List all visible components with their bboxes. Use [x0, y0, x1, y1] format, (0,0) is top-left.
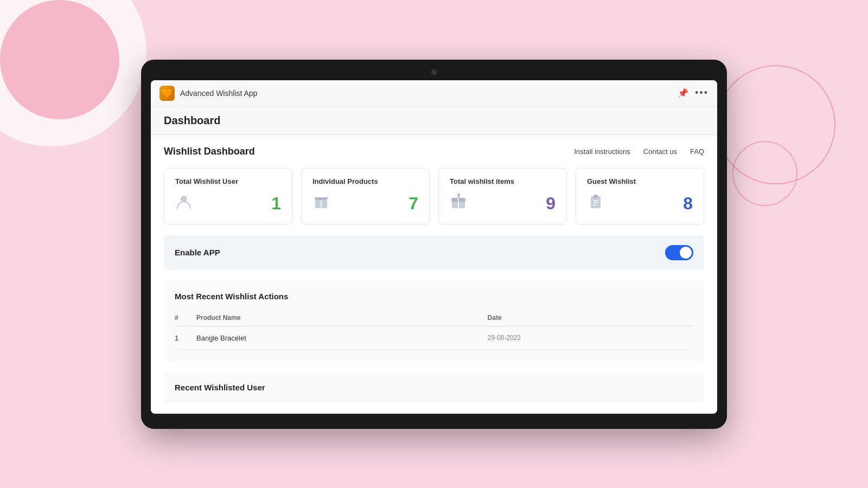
toggle-track	[665, 245, 693, 260]
dashboard-title: Wishlist Dashboard	[164, 146, 255, 157]
stat-value-users: 1	[271, 194, 281, 214]
clipboard-icon	[587, 193, 604, 214]
app-header-right: 📌 •••	[678, 87, 709, 99]
app-name: Advanced Wishlist App	[180, 89, 257, 98]
row-number: 1	[175, 326, 196, 350]
stat-title-products: Individual Products	[312, 177, 418, 185]
stat-body-guest: 8	[587, 193, 693, 214]
col-header-number: #	[175, 310, 196, 326]
install-instructions-link[interactable]: Install instructions	[575, 147, 630, 156]
section-links: Install instructions Contact us FAQ	[575, 147, 705, 156]
stat-card-guest-wishlist: Guest Wishlist 8	[576, 168, 704, 224]
toggle-thumb	[680, 247, 692, 259]
stats-grid: Total Wishlist User 1 Individual Produ	[164, 168, 704, 224]
page-header: Dashboard	[151, 107, 717, 135]
table-row: 1 Bangle Bracelet 29-08-2022	[175, 326, 693, 350]
app-header-bar: 🧡 Advanced Wishlist App 📌 •••	[151, 80, 717, 107]
faq-link[interactable]: FAQ	[690, 147, 704, 156]
gift-icon	[450, 193, 467, 214]
bg-decorative-outline-small	[732, 141, 797, 206]
stat-value-products: 7	[409, 194, 418, 214]
section-header: Wishlist Dashboard Install instructions …	[164, 146, 704, 157]
enable-app-section: Enable APP	[164, 235, 704, 270]
device-camera	[431, 69, 437, 75]
stat-title-users: Total Wishlist User	[175, 177, 281, 185]
app-logo: 🧡	[159, 86, 175, 101]
contact-us-link[interactable]: Contact us	[643, 147, 677, 156]
svg-rect-5	[591, 196, 601, 208]
stat-card-total-items: Total wishlist items 9	[438, 168, 567, 224]
stat-title-guest: Guest Wishlist	[587, 177, 693, 185]
stat-body-items: 9	[450, 193, 556, 214]
table-header-row: # Product Name Date	[175, 310, 693, 326]
col-header-product-name: Product Name	[196, 310, 488, 326]
stat-card-individual-products: Individual Products 7	[301, 168, 430, 224]
pin-icon[interactable]: 📌	[678, 88, 688, 98]
recent-actions-section: Most Recent Wishlist Actions # Product N…	[164, 281, 704, 361]
stat-body-users: 1	[175, 193, 281, 214]
recent-actions-title: Most Recent Wishlist Actions	[175, 292, 693, 301]
recent-users-section: Recent Wishlisted User	[164, 372, 704, 403]
svg-rect-6	[593, 195, 598, 198]
page-title: Dashboard	[164, 114, 704, 127]
stat-value-guest: 8	[683, 194, 693, 214]
stat-title-items: Total wishlist items	[450, 177, 556, 185]
stat-card-total-users: Total Wishlist User 1	[164, 168, 292, 224]
row-date: 29-08-2022	[488, 326, 693, 350]
device-frame: 🧡 Advanced Wishlist App 📌 ••• Dashboard …	[141, 60, 727, 429]
app-header-left: 🧡 Advanced Wishlist App	[159, 86, 257, 101]
enable-app-toggle[interactable]	[665, 245, 693, 260]
user-icon	[175, 193, 193, 214]
col-header-date: Date	[488, 310, 693, 326]
stat-value-items: 9	[546, 194, 556, 214]
main-content: Wishlist Dashboard Install instructions …	[151, 135, 717, 414]
stat-body-products: 7	[312, 193, 418, 214]
box-icon	[312, 193, 330, 214]
bg-decorative-circle-pink	[0, 0, 119, 119]
more-options-icon[interactable]: •••	[695, 87, 709, 99]
row-product-name: Bangle Bracelet	[196, 326, 488, 350]
device-screen: 🧡 Advanced Wishlist App 📌 ••• Dashboard …	[151, 80, 717, 414]
recent-actions-table: # Product Name Date 1 Bangle Bracelet 29…	[175, 310, 693, 350]
recent-users-title: Recent Wishlisted User	[175, 383, 693, 392]
enable-app-label: Enable APP	[175, 248, 220, 257]
